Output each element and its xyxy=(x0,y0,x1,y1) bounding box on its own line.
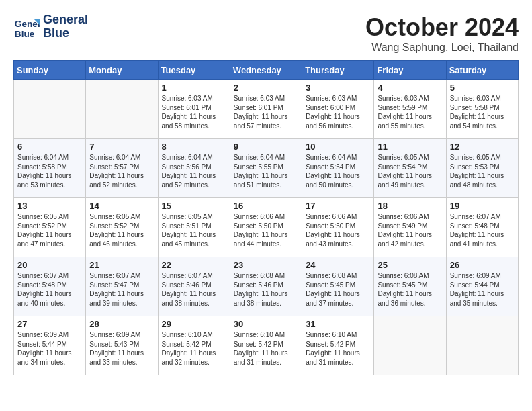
calendar-cell: 1Sunrise: 6:03 AMSunset: 6:01 PMDaylight… xyxy=(158,80,230,139)
day-number: 5 xyxy=(450,83,515,93)
day-info: Sunrise: 6:04 AMSunset: 5:56 PMDaylight:… xyxy=(162,153,226,189)
logo: General Blue General Blue xyxy=(13,13,88,40)
day-number: 8 xyxy=(162,142,226,152)
calendar-cell xyxy=(446,316,518,375)
day-number: 27 xyxy=(17,319,82,329)
day-number: 28 xyxy=(89,319,154,329)
day-info: Sunrise: 6:05 AMSunset: 5:52 PMDaylight:… xyxy=(89,212,154,248)
weekday-header-monday: Monday xyxy=(86,61,158,80)
week-row-4: 20Sunrise: 6:07 AMSunset: 5:48 PMDayligh… xyxy=(14,257,519,316)
day-info: Sunrise: 6:09 AMSunset: 5:44 PMDaylight:… xyxy=(17,330,82,367)
day-info: Sunrise: 6:04 AMSunset: 5:57 PMDaylight:… xyxy=(89,153,154,189)
day-info: Sunrise: 6:10 AMSunset: 5:42 PMDaylight:… xyxy=(234,330,298,367)
day-number: 21 xyxy=(89,260,154,270)
day-info: Sunrise: 6:09 AMSunset: 5:44 PMDaylight:… xyxy=(450,271,515,308)
day-info: Sunrise: 6:05 AMSunset: 5:54 PMDaylight:… xyxy=(378,153,442,189)
day-info: Sunrise: 6:03 AMSunset: 6:00 PMDaylight:… xyxy=(306,94,370,130)
day-info: Sunrise: 6:06 AMSunset: 5:49 PMDaylight:… xyxy=(378,212,442,248)
day-info: Sunrise: 6:08 AMSunset: 5:45 PMDaylight:… xyxy=(306,271,370,308)
logo-line2: Blue xyxy=(43,27,88,40)
weekday-header-row: SundayMondayTuesdayWednesdayThursdayFrid… xyxy=(14,61,519,80)
calendar-cell: 9Sunrise: 6:04 AMSunset: 5:55 PMDaylight… xyxy=(230,139,302,198)
svg-text:Blue: Blue xyxy=(15,29,35,39)
day-number: 6 xyxy=(17,142,82,152)
calendar-cell: 31Sunrise: 6:10 AMSunset: 5:42 PMDayligh… xyxy=(302,316,374,375)
weekday-header-tuesday: Tuesday xyxy=(158,61,230,80)
day-number: 1 xyxy=(162,83,226,93)
weekday-header-sunday: Sunday xyxy=(14,61,86,80)
day-info: Sunrise: 6:05 AMSunset: 5:53 PMDaylight:… xyxy=(450,153,515,189)
day-info: Sunrise: 6:04 AMSunset: 5:58 PMDaylight:… xyxy=(17,153,82,189)
calendar-cell: 20Sunrise: 6:07 AMSunset: 5:48 PMDayligh… xyxy=(14,257,86,316)
day-number: 26 xyxy=(450,260,515,270)
day-info: Sunrise: 6:07 AMSunset: 5:47 PMDaylight:… xyxy=(89,271,154,308)
day-number: 2 xyxy=(234,83,298,93)
calendar-cell: 12Sunrise: 6:05 AMSunset: 5:53 PMDayligh… xyxy=(446,139,518,198)
calendar-cell: 22Sunrise: 6:07 AMSunset: 5:46 PMDayligh… xyxy=(158,257,230,316)
logo-text: General Blue xyxy=(43,13,88,40)
day-info: Sunrise: 6:06 AMSunset: 5:50 PMDaylight:… xyxy=(306,212,370,248)
calendar-cell: 6Sunrise: 6:04 AMSunset: 5:58 PMDaylight… xyxy=(14,139,86,198)
day-number: 4 xyxy=(378,83,442,93)
calendar-cell: 13Sunrise: 6:05 AMSunset: 5:52 PMDayligh… xyxy=(14,198,86,257)
calendar-cell: 21Sunrise: 6:07 AMSunset: 5:47 PMDayligh… xyxy=(86,257,158,316)
day-number: 24 xyxy=(306,260,370,270)
day-info: Sunrise: 6:10 AMSunset: 5:42 PMDaylight:… xyxy=(162,330,226,367)
calendar-cell: 11Sunrise: 6:05 AMSunset: 5:54 PMDayligh… xyxy=(374,139,446,198)
day-number: 29 xyxy=(162,319,226,329)
calendar-cell: 17Sunrise: 6:06 AMSunset: 5:50 PMDayligh… xyxy=(302,198,374,257)
weekday-header-wednesday: Wednesday xyxy=(230,61,302,80)
calendar-cell: 16Sunrise: 6:06 AMSunset: 5:50 PMDayligh… xyxy=(230,198,302,257)
calendar-cell: 10Sunrise: 6:04 AMSunset: 5:54 PMDayligh… xyxy=(302,139,374,198)
week-row-1: 1Sunrise: 6:03 AMSunset: 6:01 PMDaylight… xyxy=(14,80,519,139)
day-number: 18 xyxy=(378,201,442,211)
calendar-cell xyxy=(14,80,86,139)
calendar-cell: 14Sunrise: 6:05 AMSunset: 5:52 PMDayligh… xyxy=(86,198,158,257)
day-info: Sunrise: 6:03 AMSunset: 6:01 PMDaylight:… xyxy=(234,94,298,130)
day-number: 11 xyxy=(378,142,442,152)
calendar-cell: 23Sunrise: 6:08 AMSunset: 5:46 PMDayligh… xyxy=(230,257,302,316)
day-number: 12 xyxy=(450,142,515,152)
day-number: 30 xyxy=(234,319,298,329)
day-info: Sunrise: 6:05 AMSunset: 5:51 PMDaylight:… xyxy=(162,212,226,248)
logo-line1: General xyxy=(43,13,88,27)
day-number: 15 xyxy=(162,201,226,211)
calendar-cell: 5Sunrise: 6:03 AMSunset: 5:58 PMDaylight… xyxy=(446,80,518,139)
week-row-2: 6Sunrise: 6:04 AMSunset: 5:58 PMDaylight… xyxy=(14,139,519,198)
day-info: Sunrise: 6:05 AMSunset: 5:52 PMDaylight:… xyxy=(17,212,82,248)
weekday-header-friday: Friday xyxy=(374,61,446,80)
day-number: 19 xyxy=(450,201,515,211)
day-number: 10 xyxy=(306,142,370,152)
calendar-cell: 7Sunrise: 6:04 AMSunset: 5:57 PMDaylight… xyxy=(86,139,158,198)
calendar-cell: 30Sunrise: 6:10 AMSunset: 5:42 PMDayligh… xyxy=(230,316,302,375)
calendar-cell: 29Sunrise: 6:10 AMSunset: 5:42 PMDayligh… xyxy=(158,316,230,375)
day-number: 14 xyxy=(89,201,154,211)
day-info: Sunrise: 6:08 AMSunset: 5:46 PMDaylight:… xyxy=(234,271,298,308)
day-info: Sunrise: 6:03 AMSunset: 6:01 PMDaylight:… xyxy=(162,94,226,130)
week-row-5: 27Sunrise: 6:09 AMSunset: 5:44 PMDayligh… xyxy=(14,316,519,375)
day-info: Sunrise: 6:07 AMSunset: 5:48 PMDaylight:… xyxy=(450,212,515,248)
calendar-cell: 27Sunrise: 6:09 AMSunset: 5:44 PMDayligh… xyxy=(14,316,86,375)
page-header: General Blue General Blue October 2024 W… xyxy=(13,13,519,54)
calendar-cell: 4Sunrise: 6:03 AMSunset: 5:59 PMDaylight… xyxy=(374,80,446,139)
weekday-header-thursday: Thursday xyxy=(302,61,374,80)
calendar-cell: 24Sunrise: 6:08 AMSunset: 5:45 PMDayligh… xyxy=(302,257,374,316)
day-number: 17 xyxy=(306,201,370,211)
day-info: Sunrise: 6:10 AMSunset: 5:42 PMDaylight:… xyxy=(306,330,370,367)
calendar-cell: 2Sunrise: 6:03 AMSunset: 6:01 PMDaylight… xyxy=(230,80,302,139)
day-info: Sunrise: 6:03 AMSunset: 5:58 PMDaylight:… xyxy=(450,94,515,130)
month-title: October 2024 xyxy=(365,13,519,42)
day-number: 31 xyxy=(306,319,370,329)
title-area: October 2024 Wang Saphung, Loei, Thailan… xyxy=(365,13,519,54)
calendar-cell: 26Sunrise: 6:09 AMSunset: 5:44 PMDayligh… xyxy=(446,257,518,316)
calendar-cell xyxy=(86,80,158,139)
day-number: 25 xyxy=(378,260,442,270)
week-row-3: 13Sunrise: 6:05 AMSunset: 5:52 PMDayligh… xyxy=(14,198,519,257)
day-info: Sunrise: 6:07 AMSunset: 5:46 PMDaylight:… xyxy=(162,271,226,308)
day-number: 3 xyxy=(306,83,370,93)
weekday-header-saturday: Saturday xyxy=(446,61,518,80)
day-number: 16 xyxy=(234,201,298,211)
calendar-cell: 18Sunrise: 6:06 AMSunset: 5:49 PMDayligh… xyxy=(374,198,446,257)
day-number: 13 xyxy=(17,201,82,211)
day-number: 22 xyxy=(162,260,226,270)
